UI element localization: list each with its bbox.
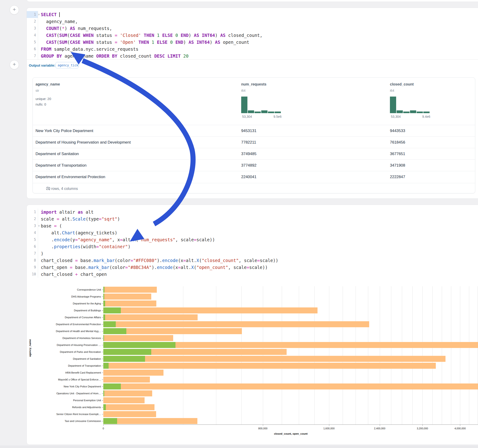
table-row[interactable]: Department of Sanitation37494853677651	[33, 148, 475, 160]
y-axis-label: Taxi and Limousine Commission	[32, 420, 101, 423]
gridline	[263, 286, 263, 424]
closed_count-bar	[103, 321, 369, 327]
output-variable-label: Output variable:	[29, 60, 55, 71]
open_count-bar	[103, 307, 121, 313]
add-cell-button-output[interactable]: +	[10, 60, 19, 69]
page-bottom-strip	[0, 445, 478, 448]
open_count-bar	[103, 294, 104, 300]
cell-closed-count: 7618456	[390, 137, 405, 148]
cell-num-requests: 3774892	[241, 160, 256, 171]
gridline	[469, 286, 469, 424]
x-tick-label: 800,000	[249, 427, 277, 430]
y-axis-label: DHS Advantage Programs	[32, 295, 101, 298]
y-tick	[102, 345, 103, 345]
open_count-bar	[103, 418, 117, 424]
cell-num-requests: 2240041	[241, 171, 256, 183]
code-text: CAST(SUM(CASE WHEN status = 'Closed' THE…	[41, 32, 262, 39]
y-axis-label: Department of Environmental Protection	[32, 323, 101, 326]
open_count-bar	[103, 300, 105, 306]
y-tick	[102, 359, 103, 359]
y-tick	[102, 311, 103, 311]
x-tick-label: 4,000,000	[446, 427, 474, 430]
y-tick	[102, 421, 103, 421]
table-row[interactable]: Department of Housing Preservation and D…	[33, 137, 475, 148]
y-axis-label: Senior Citizen Rent Increase Exempti…	[32, 413, 101, 416]
x-axis-line	[103, 424, 478, 425]
x-tick-label: 3,200,000	[409, 427, 436, 430]
fold-chevron-icon[interactable]: v	[38, 11, 40, 18]
open_count-bar	[103, 287, 104, 293]
result-table: agency_namestrunique: 20nulls: 0num_requ…	[32, 77, 475, 193]
gridline	[241, 286, 242, 424]
y-tick	[102, 338, 103, 338]
sql-code-editor[interactable]: 1vSELECT 2 agency_name,3 COUNT(*) AS num…	[27, 11, 478, 60]
column-header[interactable]: closed_count	[390, 82, 414, 87]
code-text: FROM sample_data.nyc.service_requests	[41, 46, 138, 53]
histogram-min-label: 53,304	[242, 115, 252, 118]
x-tick	[263, 424, 263, 426]
cell-agency-name: New York City Police Department	[36, 125, 93, 137]
column-type: i64	[241, 89, 245, 92]
add-cell-button-top[interactable]: +	[10, 5, 19, 14]
code-text: agency_name,	[41, 18, 78, 25]
table-row-count: 20 rows, 4 columns	[46, 183, 78, 193]
column-header[interactable]: num_requests	[241, 82, 266, 87]
cell-closed-count: 3471908	[390, 160, 405, 171]
gridline	[329, 286, 329, 424]
notebook-page: + + 1vSELECT 2 agency_name,3 COUNT(*) AS…	[0, 0, 478, 448]
code-text: GROUP BY agency_name ORDER BY closed_cou…	[41, 53, 189, 59]
closed_count-bar	[103, 384, 478, 389]
x-tick-label: 0	[89, 427, 117, 430]
y-tick	[102, 373, 103, 373]
gridline	[422, 286, 423, 424]
code-line: 6FROM sample_data.nyc.service_requests	[27, 46, 478, 53]
y-tick	[102, 324, 103, 324]
line-number: 1v	[27, 11, 38, 18]
y-tick	[102, 414, 103, 414]
y-axis-label: Department of Consumer Affairs	[32, 316, 101, 319]
cell-closed-count: 2222847	[390, 171, 405, 183]
x-tick-label: 1,600,000	[315, 427, 343, 430]
code-line: 1vSELECT	[27, 11, 478, 18]
cell-agency-name: Department of Transportation	[36, 160, 87, 171]
x-axis-title: closed_count, open_count	[103, 432, 478, 435]
x-tick	[422, 424, 423, 426]
open_count-bar	[103, 349, 151, 355]
gridline	[368, 286, 368, 424]
code-text: CAST(SUM(CASE WHEN status = 'Open' THEN …	[41, 39, 249, 46]
open_count-bar	[103, 384, 121, 389]
histogram-max-label: 9.4e6	[422, 115, 430, 118]
y-axis-label: Personal Exemption Unit	[32, 399, 101, 402]
table-row[interactable]: Department of Transportation377489234719…	[33, 160, 475, 171]
closed_count-bar	[103, 363, 436, 369]
y-tick	[102, 386, 103, 387]
x-tick	[460, 424, 460, 426]
column-header[interactable]: agency_name	[36, 82, 60, 87]
cell-num-requests: 7782211	[241, 137, 256, 148]
cell-closed-count: 3677651	[390, 148, 405, 160]
histogram-min-label: 53,304	[391, 115, 401, 118]
output-variable-row: Output variable: agency_tickets	[27, 60, 478, 71]
code-line: 3 COUNT(*) AS num_requests,	[27, 25, 478, 32]
y-axis-label: Department of Buildings	[32, 309, 101, 312]
y-tick	[102, 380, 103, 380]
closed_count-bar	[103, 300, 156, 306]
gridline	[451, 286, 451, 424]
output-variable-chip[interactable]: agency_tickets	[56, 62, 79, 68]
open_count-bar	[103, 328, 126, 334]
y-tick	[102, 304, 103, 304]
line-number: 2	[27, 18, 38, 25]
gridline	[183, 286, 183, 424]
y-axis-label: Department of Sanitation	[32, 357, 101, 360]
line-number: 3	[27, 25, 38, 32]
y-axis-label: Department of Transportation	[32, 364, 101, 367]
line-number: 7	[27, 53, 38, 59]
table-row[interactable]: New York City Police Department945313194…	[33, 125, 475, 137]
y-axis-label: Department of Homeless Services	[32, 337, 101, 339]
cell-agency-name: Department of Sanitation	[36, 148, 79, 160]
table-row[interactable]: Department of Environmental Protection22…	[33, 171, 475, 183]
table-header: agency_namestrunique: 20nulls: 0num_requ…	[33, 78, 475, 125]
cell-num-requests: 3749485	[241, 148, 256, 160]
open_count-bar	[103, 335, 104, 341]
column-histogram	[241, 97, 281, 113]
